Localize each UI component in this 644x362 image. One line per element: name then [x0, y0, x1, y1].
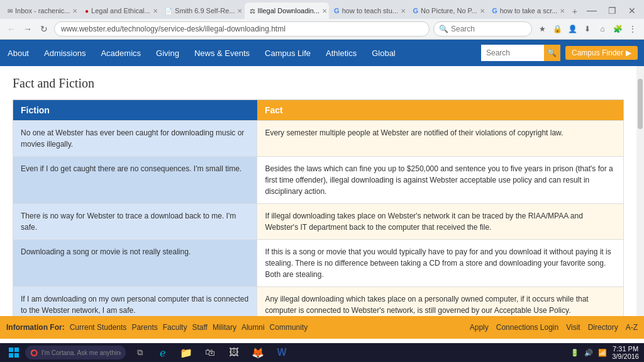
footer-right: Apply Connections Login Visit Directory … — [470, 323, 638, 332]
tab-inbox[interactable]: ✉ Inbox - rachenic... ✕ — [3, 3, 80, 19]
fact-cell: If illegal downloading takes place on We… — [257, 204, 624, 240]
tab-how-take[interactable]: G how to take a scr... ✕ — [487, 3, 567, 19]
home-icon[interactable]: ⌂ — [596, 23, 609, 35]
col-header-fact: Fact — [257, 100, 624, 121]
tab-favicon-inbox: ✉ — [8, 8, 13, 14]
footer-link-alumni[interactable]: Alumni — [242, 323, 265, 332]
table-row: No one at Webster has ever been caught f… — [13, 121, 624, 157]
tab-illegal[interactable]: ⚖ Illegal Downloadin... ✕ — [245, 3, 330, 19]
tab-close-how-teach[interactable]: ✕ — [401, 8, 406, 14]
menu-icon[interactable]: ⋮ — [626, 23, 639, 35]
footer-link-faculty[interactable]: Faculty — [163, 323, 187, 332]
tab-close-illegal[interactable]: ✕ — [322, 8, 327, 14]
taskbar-edge[interactable]: ℯ — [151, 344, 174, 361]
nav-academics[interactable]: Academics — [99, 46, 142, 60]
back-button[interactable]: ← — [5, 23, 18, 35]
fiction-cell: Even if I do get caught there are no con… — [13, 157, 257, 204]
taskbar-photos[interactable]: 🖼 — [223, 344, 245, 361]
chrome-search-bar: 🔍 — [433, 21, 532, 37]
page-title: Fact and Fiction — [13, 76, 624, 91]
tab-label-smith: Smith 6.9 Self-Re... — [175, 7, 235, 14]
nav-links: About Admissions Academics Giving News &… — [6, 46, 397, 60]
taskbar-store[interactable]: 🛍 — [199, 344, 221, 361]
svg-rect-1 — [14, 348, 19, 352]
scrollbar-thumb[interactable] — [638, 79, 643, 129]
nav-news[interactable]: News & Events — [193, 46, 251, 60]
nav-search-input[interactable] — [481, 45, 544, 61]
nav-about[interactable]: About — [6, 46, 30, 60]
svg-rect-2 — [9, 353, 13, 358]
search-icon: 🔍 — [439, 25, 448, 33]
taskbar-clock: 7:31 PM 3/9/2016 — [612, 345, 639, 360]
nav-global[interactable]: Global — [370, 46, 397, 60]
windows-icon — [8, 347, 19, 358]
footer-visit[interactable]: Visit — [566, 323, 580, 332]
nav-search-button[interactable]: 🔍 — [544, 45, 560, 61]
footer-directory[interactable]: Directory — [588, 323, 618, 332]
new-tab-button[interactable]: + — [567, 4, 582, 19]
footer-link-military[interactable]: Military — [213, 323, 236, 332]
tab-close-inbox[interactable]: ✕ — [72, 8, 77, 14]
tab-close-no-picture[interactable]: ✕ — [480, 8, 485, 14]
tab-close-legal[interactable]: ✕ — [153, 8, 158, 14]
taskbar-taskview[interactable]: ⧉ — [128, 344, 151, 361]
cortana-bar[interactable]: ⭕ I'm Cortana. Ask me anything. — [25, 346, 126, 359]
main-wrapper: Fact and Fiction Fiction Fact No one at … — [0, 66, 644, 316]
fact-cell: If this is a song or movie that you woul… — [257, 240, 624, 287]
cortana-text: I'm Cortana. Ask me anything. — [42, 349, 121, 356]
footer-link-staff[interactable]: Staff — [192, 323, 207, 332]
page-content: Fact and Fiction Fiction Fact No one at … — [0, 66, 636, 316]
start-button[interactable] — [5, 344, 23, 361]
fact-cell: Besides the laws which can fine you up t… — [257, 157, 624, 204]
url-bar[interactable]: www.webster.edu/technology/service-desk/… — [54, 21, 430, 37]
nav-campus[interactable]: Campus Life — [264, 46, 312, 60]
person-icon[interactable]: 👤 — [566, 23, 579, 35]
taskbar: ⭕ I'm Cortana. Ask me anything. ⧉ ℯ 📁 🛍 … — [0, 343, 644, 362]
restore-button[interactable]: ❐ — [602, 3, 621, 19]
tab-favicon-how-teach: G — [334, 7, 340, 14]
footer-link-parents[interactable]: Parents — [131, 323, 157, 332]
tab-no-picture[interactable]: G No Picture, No P... ✕ — [408, 3, 487, 19]
forward-button[interactable]: → — [21, 23, 34, 35]
footer-az[interactable]: A-Z — [626, 323, 638, 332]
tab-how-teach[interactable]: G how to teach stu... ✕ — [329, 3, 408, 19]
tab-smith[interactable]: 📄 Smith 6.9 Self-Re... ✕ — [160, 3, 244, 19]
taskbar-word[interactable]: W — [270, 344, 293, 361]
nav-giving[interactable]: Giving — [155, 46, 180, 60]
tab-legal[interactable]: ● Legal and Ethical... ✕ — [80, 3, 160, 19]
minimize-button[interactable]: — — [582, 3, 601, 19]
tab-favicon-no-picture: G — [413, 7, 418, 14]
taskbar-firefox[interactable]: 🦊 — [247, 344, 269, 361]
svg-rect-0 — [9, 348, 13, 352]
taskbar-network: 📶 — [598, 349, 607, 357]
chrome-search-input[interactable] — [451, 25, 526, 33]
extensions-icon[interactable]: 🧩 — [611, 23, 624, 35]
close-button[interactable]: ✕ — [623, 3, 641, 19]
taskbar-explorer[interactable]: 📁 — [175, 344, 197, 361]
refresh-button[interactable]: ↻ — [38, 23, 50, 35]
campus-finder-button[interactable]: Campus Finder ▶ — [565, 46, 638, 60]
tab-bar: ✉ Inbox - rachenic... ✕ ● Legal and Ethi… — [0, 0, 644, 19]
footer-apply[interactable]: Apply — [470, 323, 489, 332]
taskbar-time: 7:31 PM — [613, 345, 638, 353]
footer-label: Information For: — [6, 323, 65, 332]
table-row: Downloading a song or movie is not reall… — [13, 240, 624, 287]
campus-finder-icon: ▶ — [626, 48, 631, 57]
bookmark-icon[interactable]: ★ — [536, 23, 548, 35]
footer-link-community[interactable]: Community — [270, 323, 308, 332]
tab-close-smith[interactable]: ✕ — [237, 8, 242, 14]
footer-connections[interactable]: Connections Login — [496, 323, 558, 332]
table-row: If I am downloading on my own personal c… — [13, 287, 624, 317]
taskbar-volume[interactable]: 🔊 — [584, 349, 593, 357]
footer-link-students[interactable]: Current Students — [70, 323, 127, 332]
tab-favicon-how-take: G — [492, 7, 497, 14]
table-row: Even if I do get caught there are no con… — [13, 157, 624, 204]
nav-athletics[interactable]: Athletics — [325, 46, 358, 60]
tab-close-how-take[interactable]: ✕ — [560, 8, 565, 14]
content-area: Fact and Fiction Fiction Fact No one at … — [0, 66, 636, 316]
nav-admissions[interactable]: Admissions — [43, 46, 87, 60]
download-icon[interactable]: ⬇ — [581, 23, 594, 35]
col-header-fiction: Fiction — [13, 100, 257, 121]
chrome-icons: ★ 🔒 👤 ⬇ ⌂ 🧩 ⋮ — [536, 23, 639, 35]
scrollbar[interactable] — [636, 66, 644, 316]
